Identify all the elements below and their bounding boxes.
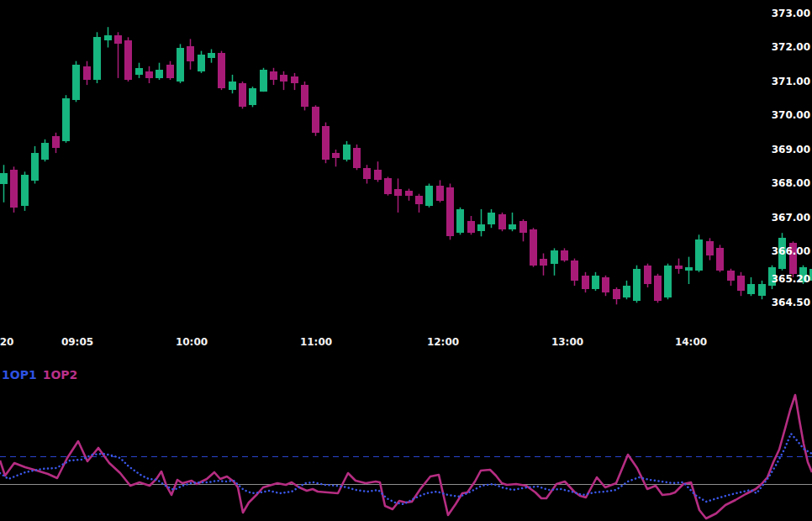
candle xyxy=(602,276,609,296)
price-axis-label: 368.00 xyxy=(760,178,810,189)
candle xyxy=(706,238,714,260)
price-pane[interactable] xyxy=(0,27,812,304)
price-axis-label: 369.00 xyxy=(760,145,810,155)
time-axis-label: 13:00 xyxy=(551,335,583,349)
candle xyxy=(145,66,153,83)
time-axis-label: 20 xyxy=(0,335,13,349)
time-axis-label: 09:05 xyxy=(61,335,93,349)
candle xyxy=(551,248,558,275)
price-axis[interactable]: 373.00372.00371.00370.00369.00368.00367.… xyxy=(758,0,812,328)
candle xyxy=(114,32,122,78)
candle xyxy=(332,150,340,166)
candle xyxy=(62,95,70,143)
candle xyxy=(644,264,651,287)
price-axis-label: 371.00 xyxy=(760,76,810,87)
candle xyxy=(747,277,755,296)
candle xyxy=(249,87,256,107)
candle xyxy=(280,71,287,90)
candle xyxy=(187,39,194,69)
time-axis-label: 12:00 xyxy=(427,335,459,349)
candle xyxy=(405,189,413,201)
price-axis-label: 365.20 xyxy=(760,274,810,285)
candle xyxy=(415,194,423,213)
candle xyxy=(135,63,143,78)
candle xyxy=(456,208,464,234)
candle xyxy=(353,145,361,170)
candle xyxy=(229,75,236,93)
candle xyxy=(519,219,527,241)
candle xyxy=(0,165,8,203)
candle xyxy=(156,63,163,80)
legend-item-1op2[interactable]: 1OP2 xyxy=(43,368,78,382)
candle xyxy=(664,264,672,300)
indicator-legend: 1OP1 1OP2 xyxy=(2,368,77,382)
candle xyxy=(322,123,330,164)
candle xyxy=(312,105,319,136)
candle xyxy=(530,228,537,267)
candle xyxy=(363,165,371,183)
candle xyxy=(239,82,246,108)
candle xyxy=(571,259,578,286)
candle xyxy=(582,272,589,292)
candle xyxy=(540,254,547,276)
candle xyxy=(72,61,80,103)
candle xyxy=(613,287,620,304)
candle xyxy=(301,82,308,110)
candle xyxy=(270,68,277,85)
candle xyxy=(654,274,662,303)
candle xyxy=(498,213,506,231)
trading-chart-window: 373.00372.00371.00370.00369.00368.00367.… xyxy=(0,0,812,521)
price-axis-label: 364.50 xyxy=(760,297,810,308)
candle xyxy=(695,234,703,272)
candle xyxy=(343,141,351,161)
candle xyxy=(52,133,60,153)
time-axis[interactable]: 2009:0510:0011:0012:0013:0014:00 xyxy=(0,335,812,350)
chart-canvas[interactable] xyxy=(0,0,812,521)
candle xyxy=(727,269,735,286)
candle xyxy=(436,180,444,202)
candle xyxy=(477,209,485,236)
price-axis-label: 370.00 xyxy=(760,110,810,121)
candle xyxy=(675,259,683,274)
candle xyxy=(467,216,475,234)
candle xyxy=(31,146,39,184)
candle xyxy=(685,257,693,284)
candle xyxy=(41,139,49,161)
candle xyxy=(623,281,630,299)
candle xyxy=(384,176,392,195)
time-axis-label: 10:00 xyxy=(176,335,208,349)
series-1op1 xyxy=(0,434,812,504)
candle xyxy=(374,161,382,182)
candle xyxy=(208,50,215,63)
candle xyxy=(260,68,267,92)
candle xyxy=(716,245,724,271)
candle xyxy=(291,73,298,90)
candle xyxy=(10,166,18,213)
price-axis-label: 366.00 xyxy=(760,246,810,257)
indicator-pane[interactable] xyxy=(0,395,812,518)
time-axis-label: 11:00 xyxy=(300,335,332,349)
candle xyxy=(509,213,516,231)
price-axis-label: 373.00 xyxy=(760,8,810,19)
candle xyxy=(218,51,225,91)
candle xyxy=(394,178,402,213)
candle xyxy=(737,272,745,296)
candle xyxy=(198,51,205,73)
candle xyxy=(633,266,641,303)
candle xyxy=(124,37,132,82)
candle xyxy=(446,184,454,240)
time-axis-label: 14:00 xyxy=(675,335,707,349)
price-axis-label: 372.00 xyxy=(760,42,810,53)
candle xyxy=(592,272,599,291)
candle xyxy=(177,44,184,83)
candle xyxy=(425,184,433,208)
price-axis-label: 367.00 xyxy=(760,213,810,224)
candle xyxy=(166,61,174,80)
candle xyxy=(561,248,568,261)
candle xyxy=(21,171,29,211)
candle xyxy=(488,209,495,228)
candle xyxy=(93,32,101,83)
candle xyxy=(104,27,112,47)
candle xyxy=(83,61,91,85)
legend-item-1op1[interactable]: 1OP1 xyxy=(2,368,37,382)
